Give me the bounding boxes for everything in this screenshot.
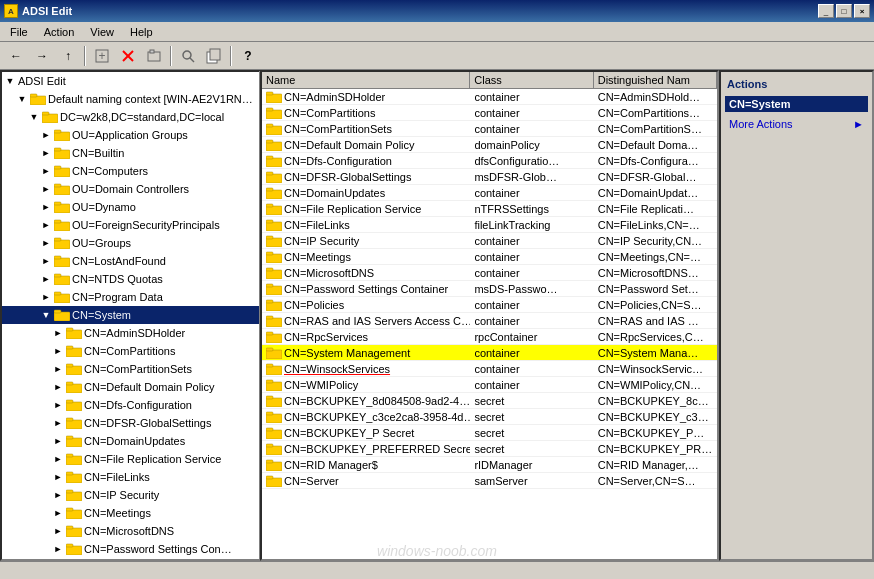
help-button[interactable]: ? [236,45,260,67]
back-button[interactable]: ← [4,45,28,67]
expand-icon[interactable]: ► [38,181,54,197]
tree-item-cn-lost[interactable]: ►CN=LostAndFound [2,252,259,270]
list-row[interactable]: CN=WinsockServicescontainerCN=WinsockSer… [262,361,717,377]
tree-item-cn-meetings[interactable]: ►CN=Meetings [2,504,259,522]
list-row[interactable]: CN=RID Manager$rIDManagerCN=RID Manager,… [262,457,717,473]
expand-icon[interactable]: ► [50,523,66,539]
properties-button[interactable] [142,45,166,67]
expand-icon[interactable]: ► [38,217,54,233]
list-row[interactable]: CN=RpcServicesrpcContainerCN=RpcServices… [262,329,717,345]
list-row[interactable]: CN=Dfs-ConfigurationdfsConfiguratio…CN=D… [262,153,717,169]
tree-item-ou-dc[interactable]: ►OU=Domain Controllers [2,180,259,198]
list-row[interactable]: CN=ServersamServerCN=Server,CN=S… [262,473,717,489]
delete-button[interactable] [116,45,140,67]
expand-icon[interactable]: ► [50,487,66,503]
col-name[interactable]: Name [262,72,470,88]
tree-item-cn-filerep[interactable]: ►CN=File Replication Service [2,450,259,468]
list-row[interactable]: CN=IP SecuritycontainerCN=IP Security,CN… [262,233,717,249]
expand-icon[interactable]: ▼ [26,109,42,125]
tree-item-dc[interactable]: ▼DC=w2k8,DC=standard,DC=local [2,108,259,126]
up-button[interactable]: ↑ [56,45,80,67]
menu-file[interactable]: File [4,24,34,40]
more-actions-button[interactable]: More Actions ► [725,116,868,132]
expand-icon[interactable]: ► [50,469,66,485]
list-row[interactable]: CN=Password Settings ContainermsDS-Passw… [262,281,717,297]
expand-icon[interactable]: ► [38,199,54,215]
tree-item-root[interactable]: ▼ADSI Edit [2,72,259,90]
menu-view[interactable]: View [84,24,120,40]
tree-item-cn-adminsd[interactable]: ►CN=AdminSDHolder [2,324,259,342]
list-row[interactable]: CN=WMIPolicycontainerCN=WMIPolicy,CN… [262,377,717,393]
expand-icon[interactable]: ► [50,451,66,467]
list-row[interactable]: CN=MicrosoftDNScontainerCN=MicrosoftDNS… [262,265,717,281]
list-row[interactable]: CN=ComPartitionscontainerCN=ComPartition… [262,105,717,121]
tree-item-cn-defdom[interactable]: ►CN=Default Domain Policy [2,378,259,396]
tree-item-cn-filelinks[interactable]: ►CN=FileLinks [2,468,259,486]
expand-icon[interactable]: ► [38,253,54,269]
menu-action[interactable]: Action [38,24,81,40]
maximize-button[interactable]: □ [836,4,852,18]
col-class[interactable]: Class [470,72,593,88]
list-row[interactable]: CN=BCKUPKEY_PREFERRED SecretsecretCN=BCK… [262,441,717,457]
copy-button[interactable] [202,45,226,67]
tree-item-cn-pwdset[interactable]: ►CN=Password Settings Con… [2,540,259,558]
search-button[interactable] [176,45,200,67]
expand-icon[interactable]: ► [50,415,66,431]
list-row[interactable]: CN=DomainUpdatescontainerCN=DomainUpdat… [262,185,717,201]
tree-item-cn-program[interactable]: ►CN=Program Data [2,288,259,306]
expand-icon[interactable]: ► [50,541,66,557]
tree-item-cn-domupd[interactable]: ►CN=DomainUpdates [2,432,259,450]
expand-icon[interactable]: ► [38,235,54,251]
list-row[interactable]: CN=AdminSDHoldercontainerCN=AdminSDHold… [262,89,717,105]
expand-icon[interactable]: ► [50,325,66,341]
forward-button[interactable]: → [30,45,54,67]
tree-item-cn-compartsets[interactable]: ►CN=ComPartitionSets [2,360,259,378]
list-row[interactable]: CN=FileLinksfileLinkTrackingCN=FileLinks… [262,217,717,233]
expand-icon[interactable]: ► [50,397,66,413]
expand-icon[interactable]: ► [50,433,66,449]
expand-icon[interactable]: ► [50,361,66,377]
title-bar-controls[interactable]: _ □ × [818,4,870,18]
expand-icon[interactable]: ► [38,289,54,305]
list-row[interactable]: CN=ComPartitionSetscontainerCN=ComPartit… [262,121,717,137]
tree-item-cn-ipsec[interactable]: ►CN=IP Security [2,486,259,504]
list-row[interactable]: CN=Default Domain PolicydomainPolicyCN=D… [262,137,717,153]
expand-icon[interactable]: ► [50,505,66,521]
add-button[interactable]: + [90,45,114,67]
tree-item-ou-dynamo[interactable]: ►OU=Dynamo [2,198,259,216]
expand-icon[interactable]: ► [38,145,54,161]
tree-item-cn-dfscfg[interactable]: ►CN=Dfs-Configuration [2,396,259,414]
tree-item-cn-microdns[interactable]: ►CN=MicrosoftDNS [2,522,259,540]
cell-dn: CN=Meetings,CN=… [594,250,717,264]
list-row[interactable]: CN=BCKUPKEY_P SecretsecretCN=BCKUPKEY_P… [262,425,717,441]
tree-item-cn-ntds[interactable]: ►CN=NTDS Quotas [2,270,259,288]
expand-icon[interactable]: ► [50,379,66,395]
col-dn[interactable]: Distinguished Nam [594,72,717,88]
expand-icon[interactable]: ► [50,343,66,359]
tree-item-ou-app[interactable]: ►OU=Application Groups [2,126,259,144]
list-row[interactable]: CN=File Replication ServicenTFRSSettings… [262,201,717,217]
list-row[interactable]: CN=DFSR-GlobalSettingsmsDFSR-Glob…CN=DFS… [262,169,717,185]
tree-item-ou-foreign[interactable]: ►OU=ForeignSecurityPrincipals [2,216,259,234]
expand-icon[interactable]: ► [38,127,54,143]
list-row[interactable]: CN=BCKUPKEY_c3ce2ca8-3958-4d…secretCN=BC… [262,409,717,425]
minimize-button[interactable]: _ [818,4,834,18]
list-row[interactable]: CN=System ManagementcontainerCN=System M… [262,345,717,361]
tree-item-naming[interactable]: ▼Default naming context [WIN-AE2V1RN… [2,90,259,108]
list-row[interactable]: CN=RAS and IAS Servers Access C…containe… [262,313,717,329]
tree-item-cn-computers[interactable]: ►CN=Computers [2,162,259,180]
tree-item-cn-builtin[interactable]: ►CN=Builtin [2,144,259,162]
tree-item-cn-system[interactable]: ▼CN=System [2,306,259,324]
expand-icon[interactable]: ▼ [38,307,54,323]
tree-item-cn-dfsr[interactable]: ►CN=DFSR-GlobalSettings [2,414,259,432]
list-row[interactable]: CN=MeetingscontainerCN=Meetings,CN=… [262,249,717,265]
tree-item-ou-groups[interactable]: ►OU=Groups [2,234,259,252]
tree-item-cn-compart[interactable]: ►CN=ComPartitions [2,342,259,360]
menu-help[interactable]: Help [124,24,159,40]
expand-icon[interactable]: ► [38,271,54,287]
expand-icon[interactable]: ▼ [14,91,30,107]
list-row[interactable]: CN=PoliciescontainerCN=Policies,CN=S… [262,297,717,313]
list-row[interactable]: CN=BCKUPKEY_8d084508-9ad2-4…secretCN=BCK… [262,393,717,409]
close-button[interactable]: × [854,4,870,18]
expand-icon[interactable]: ► [38,163,54,179]
